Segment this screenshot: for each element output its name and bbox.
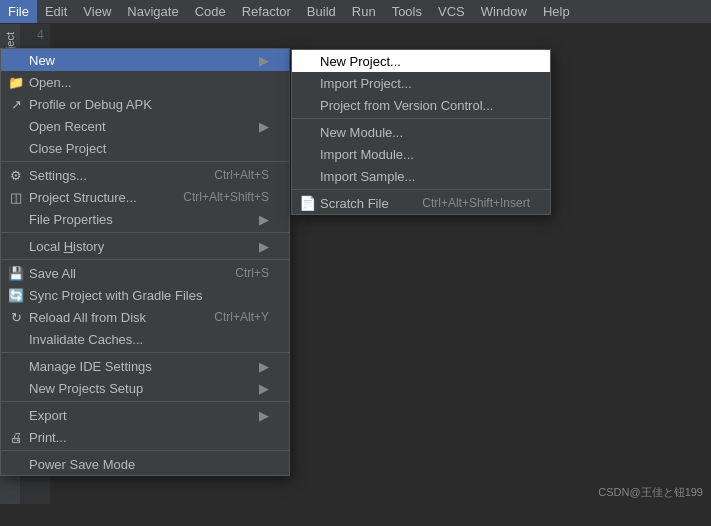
import-sample-item[interactable]: Import Sample... <box>292 165 550 187</box>
menu-view[interactable]: View <box>75 0 119 23</box>
file-menu-local-history[interactable]: Local History ▶ <box>1 235 289 257</box>
file-properties-arrow: ▶ <box>259 212 269 227</box>
separator-1 <box>1 161 289 162</box>
scratch-file-item[interactable]: 📄 Scratch File Ctrl+Alt+Shift+Insert <box>292 192 550 214</box>
file-menu-invalidate[interactable]: Invalidate Caches... <box>1 328 289 350</box>
menu-code[interactable]: Code <box>187 0 234 23</box>
file-menu-export[interactable]: Export ▶ <box>1 404 289 426</box>
project-vcs-label: Project from Version Control... <box>320 98 493 113</box>
new-module-item[interactable]: New Module... <box>292 121 550 143</box>
reload-label: Reload All from Disk <box>29 310 146 325</box>
menu-bar: File Edit View Navigate Code Refactor Bu… <box>0 0 711 24</box>
separator-4 <box>1 352 289 353</box>
print-label: Print... <box>29 430 67 445</box>
import-module-label: Import Module... <box>320 147 414 162</box>
save-all-label: Save All <box>29 266 76 281</box>
invalidate-label: Invalidate Caches... <box>29 332 143 347</box>
file-menu-open[interactable]: 📁 Open... <box>1 71 289 93</box>
file-menu-power-save[interactable]: Power Save Mode <box>1 453 289 475</box>
menu-navigate[interactable]: Navigate <box>119 0 186 23</box>
menu-run[interactable]: Run <box>344 0 384 23</box>
menu-help[interactable]: Help <box>535 0 578 23</box>
file-menu-open-recent[interactable]: Open Recent ▶ <box>1 115 289 137</box>
menu-tools[interactable]: Tools <box>384 0 430 23</box>
profile-apk-label: Profile or Debug APK <box>29 97 152 112</box>
save-all-shortcut: Ctrl+S <box>235 266 269 280</box>
reload-shortcut: Ctrl+Alt+Y <box>214 310 269 324</box>
import-module-item[interactable]: Import Module... <box>292 143 550 165</box>
file-menu-profile-apk[interactable]: ↗ Profile or Debug APK <box>1 93 289 115</box>
line-num-4: 4 <box>20 28 50 46</box>
separator-3 <box>1 259 289 260</box>
code-line-4 <box>58 28 703 46</box>
open-icon: 📁 <box>7 75 25 90</box>
file-menu-save-all[interactable]: 💾 Save All Ctrl+S <box>1 262 289 284</box>
file-menu-reload[interactable]: ↻ Reload All from Disk Ctrl+Alt+Y <box>1 306 289 328</box>
save-all-icon: 💾 <box>7 266 25 281</box>
new-label: New <box>29 53 55 68</box>
new-projects-setup-label: New Projects Setup <box>29 381 143 396</box>
separator-5 <box>1 401 289 402</box>
file-menu-sync-gradle[interactable]: 🔄 Sync Project with Gradle Files <box>1 284 289 306</box>
power-save-label: Power Save Mode <box>29 457 135 472</box>
settings-icon: ⚙ <box>7 168 25 183</box>
new-module-label: New Module... <box>320 125 403 140</box>
file-menu-new[interactable]: New ▶ <box>1 49 289 71</box>
project-vcs-item[interactable]: Project from Version Control... <box>292 94 550 116</box>
profile-apk-icon: ↗ <box>7 97 25 112</box>
file-menu-settings[interactable]: ⚙ Settings... Ctrl+Alt+S <box>1 164 289 186</box>
menu-window[interactable]: Window <box>473 0 535 23</box>
separator-2 <box>1 232 289 233</box>
open-recent-arrow: ▶ <box>259 119 269 134</box>
new-project-item[interactable]: New Project... <box>292 50 550 72</box>
open-label: Open... <box>29 75 72 90</box>
menu-file[interactable]: File <box>0 0 37 23</box>
scratch-file-icon: 📄 <box>298 195 316 211</box>
open-recent-label: Open Recent <box>29 119 106 134</box>
close-project-label: Close Project <box>29 141 106 156</box>
import-sample-label: Import Sample... <box>320 169 415 184</box>
export-arrow: ▶ <box>259 408 269 423</box>
file-properties-label: File Properties <box>29 212 113 227</box>
new-submenu: New Project... Import Project... Project… <box>291 49 551 215</box>
file-dropdown: New ▶ 📁 Open... ↗ Profile or Debug APK O… <box>0 48 290 476</box>
manage-ide-label: Manage IDE Settings <box>29 359 152 374</box>
reload-icon: ↻ <box>7 310 25 325</box>
new-project-label: New Project... <box>320 54 401 69</box>
new-projects-setup-arrow: ▶ <box>259 381 269 396</box>
submenu-sep-2 <box>292 189 550 190</box>
file-menu-project-structure[interactable]: ◫ Project Structure... Ctrl+Alt+Shift+S <box>1 186 289 208</box>
project-structure-label: Project Structure... <box>29 190 137 205</box>
scratch-file-shortcut: Ctrl+Alt+Shift+Insert <box>422 196 530 210</box>
import-project-label: Import Project... <box>320 76 412 91</box>
project-structure-shortcut: Ctrl+Alt+Shift+S <box>183 190 269 204</box>
sync-gradle-label: Sync Project with Gradle Files <box>29 288 202 303</box>
menu-vcs[interactable]: VCS <box>430 0 473 23</box>
project-structure-icon: ◫ <box>7 190 25 205</box>
file-menu-close-project[interactable]: Close Project <box>1 137 289 159</box>
settings-label: Settings... <box>29 168 87 183</box>
menu-edit[interactable]: Edit <box>37 0 75 23</box>
file-menu-file-properties[interactable]: File Properties ▶ <box>1 208 289 230</box>
menu-build[interactable]: Build <box>299 0 344 23</box>
sync-gradle-icon: 🔄 <box>7 288 25 303</box>
menu-refactor[interactable]: Refactor <box>234 0 299 23</box>
settings-shortcut: Ctrl+Alt+S <box>214 168 269 182</box>
manage-ide-arrow: ▶ <box>259 359 269 374</box>
print-icon: 🖨 <box>7 430 25 445</box>
local-history-label: Local History <box>29 239 104 254</box>
export-label: Export <box>29 408 67 423</box>
submenu-sep-1 <box>292 118 550 119</box>
scratch-file-label: Scratch File <box>320 196 389 211</box>
new-arrow: ▶ <box>259 53 269 68</box>
file-menu-manage-ide[interactable]: Manage IDE Settings ▶ <box>1 355 289 377</box>
separator-6 <box>1 450 289 451</box>
main-area: Project Resource Manager 4 5 6 7 8 9 10 … <box>0 24 711 504</box>
import-project-item[interactable]: Import Project... <box>292 72 550 94</box>
file-menu-new-projects-setup[interactable]: New Projects Setup ▶ <box>1 377 289 399</box>
file-menu-print[interactable]: 🖨 Print... <box>1 426 289 448</box>
local-history-arrow: ▶ <box>259 239 269 254</box>
